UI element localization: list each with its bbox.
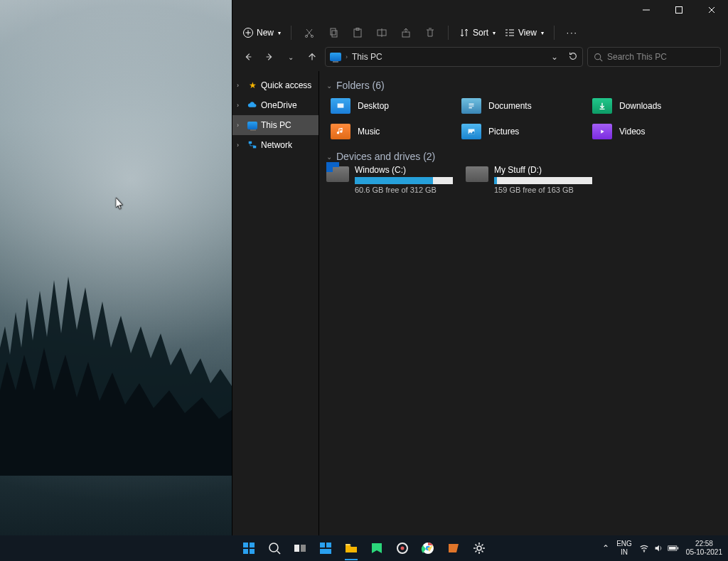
minimize-button[interactable]: [630, 0, 663, 20]
close-button[interactable]: [695, 0, 728, 20]
file-explorer-task-button[interactable]: [342, 539, 360, 557]
cut-icon: [304, 27, 315, 38]
chevron-down-icon: ⌄: [326, 82, 332, 90]
start-button[interactable]: [240, 539, 258, 557]
widgets-button[interactable]: [316, 539, 335, 557]
chevron-right-icon: ›: [237, 141, 244, 149]
chevron-right-icon: ›: [237, 122, 244, 129]
svg-rect-23: [326, 543, 331, 547]
folder-label: Music: [358, 127, 380, 137]
tray-overflow-button[interactable]: ⌃: [602, 543, 609, 553]
sort-button[interactable]: Sort ▾: [456, 23, 498, 43]
svg-point-10: [595, 53, 601, 59]
paste-button[interactable]: [347, 23, 368, 43]
chevron-down-icon: ⌄: [288, 53, 294, 61]
app-button[interactable]: [368, 539, 386, 557]
clock[interactable]: 22:58 05-10-2021: [686, 540, 722, 557]
svg-rect-24: [320, 549, 331, 554]
drive-free-text: 60.6 GB free of 312 GB: [355, 186, 453, 194]
folder-music[interactable]: Music: [326, 119, 456, 144]
clock-date: 05-10-2021: [686, 548, 722, 557]
navigation-pane: › ★ Quick access › OneDrive › This PC ›: [232, 71, 319, 535]
search-box[interactable]: Search This PC: [587, 47, 721, 67]
sidebar-item-label: Quick access: [261, 80, 311, 90]
arrow-up-icon: [307, 52, 317, 62]
battery-icon: [668, 544, 679, 552]
this-pc-icon: [330, 53, 341, 61]
tray-icons[interactable]: [639, 543, 679, 553]
svg-rect-11: [249, 141, 252, 144]
app-button[interactable]: [444, 539, 463, 557]
app-button[interactable]: [393, 539, 412, 557]
gear-icon: [472, 541, 486, 555]
drive-icon: [326, 166, 349, 182]
sidebar-item-network[interactable]: › Network: [232, 135, 318, 155]
folder-downloads[interactable]: Downloads: [588, 94, 717, 118]
folder-videos[interactable]: Videos: [588, 119, 717, 144]
view-button[interactable]: View ▾: [501, 23, 547, 43]
chevron-down-icon: ▾: [493, 30, 496, 36]
refresh-button[interactable]: [568, 51, 578, 63]
cut-button[interactable]: [299, 23, 320, 43]
svg-rect-18: [250, 549, 255, 554]
breadcrumb-this-pc[interactable]: This PC: [352, 52, 382, 62]
pictures-folder-icon: [461, 124, 481, 139]
sidebar-item-quick-access[interactable]: › ★ Quick access: [232, 75, 318, 95]
view-label: View: [518, 28, 537, 38]
documents-folder-icon: [461, 98, 481, 114]
recent-button[interactable]: ⌄: [282, 48, 299, 65]
folders-header-label: Folders (6): [336, 80, 385, 91]
svg-rect-22: [320, 543, 325, 547]
sort-icon: [459, 27, 470, 38]
volume-icon: [653, 543, 663, 553]
svg-point-30: [643, 551, 645, 552]
taskview-icon: [293, 541, 307, 555]
folders-group-header[interactable]: ⌄ Folders (6): [326, 80, 721, 91]
search-task-button[interactable]: [265, 539, 284, 557]
address-bar[interactable]: › This PC ⌄: [325, 47, 583, 67]
rename-button[interactable]: [371, 23, 392, 43]
up-button[interactable]: [304, 48, 321, 65]
forward-button[interactable]: [261, 48, 278, 65]
drive-d[interactable]: My Stuff (D:) 159 GB free of 163 GB: [466, 165, 601, 194]
plus-circle-icon: [242, 27, 254, 38]
svg-rect-33: [669, 547, 676, 550]
content-pane: ⌄ Folders (6) Desktop Documents: [319, 71, 728, 535]
delete-icon: [424, 27, 436, 38]
new-button[interactable]: New ▾: [240, 23, 284, 43]
desktop-folder-icon: [331, 98, 350, 114]
copy-icon: [328, 27, 339, 38]
arrow-right-icon: [264, 52, 274, 62]
folder-pictures[interactable]: Pictures: [457, 119, 587, 144]
svg-rect-12: [253, 146, 256, 149]
folder-label: Downloads: [619, 101, 661, 111]
delete-button[interactable]: [419, 23, 441, 43]
toolbar-separator: [448, 26, 449, 40]
sidebar-item-onedrive[interactable]: › OneDrive: [232, 95, 318, 115]
dots-icon: ···: [567, 28, 578, 38]
drive-icon: [466, 166, 488, 182]
folder-documents[interactable]: Documents: [457, 94, 587, 118]
sidebar-item-this-pc[interactable]: › This PC: [232, 115, 318, 135]
maximize-button[interactable]: [663, 0, 695, 20]
back-button[interactable]: [240, 48, 257, 65]
drive-label: My Stuff (D:): [494, 165, 592, 175]
task-view-button[interactable]: [291, 539, 309, 557]
copy-button[interactable]: [323, 23, 344, 43]
paste-icon: [352, 27, 363, 38]
share-button[interactable]: [395, 23, 417, 43]
svg-rect-20: [294, 545, 299, 552]
drive-free-text: 159 GB free of 163 GB: [494, 186, 592, 194]
language-indicator[interactable]: ENG IN: [616, 540, 632, 557]
chrome-task-button[interactable]: [419, 539, 437, 557]
folder-desktop[interactable]: Desktop: [326, 94, 456, 118]
drive-c[interactable]: Windows (C:) 60.6 GB free of 312 GB: [326, 165, 461, 194]
drive-progress: [494, 177, 592, 184]
settings-task-button[interactable]: [470, 539, 488, 557]
svg-rect-17: [243, 549, 248, 554]
address-dropdown[interactable]: ⌄: [551, 52, 558, 62]
downloads-folder-icon: [592, 98, 612, 114]
more-button[interactable]: ···: [562, 23, 583, 43]
drives-group-header[interactable]: ⌄ Devices and drives (2): [326, 151, 721, 162]
wallpaper-trees: [0, 248, 235, 476]
